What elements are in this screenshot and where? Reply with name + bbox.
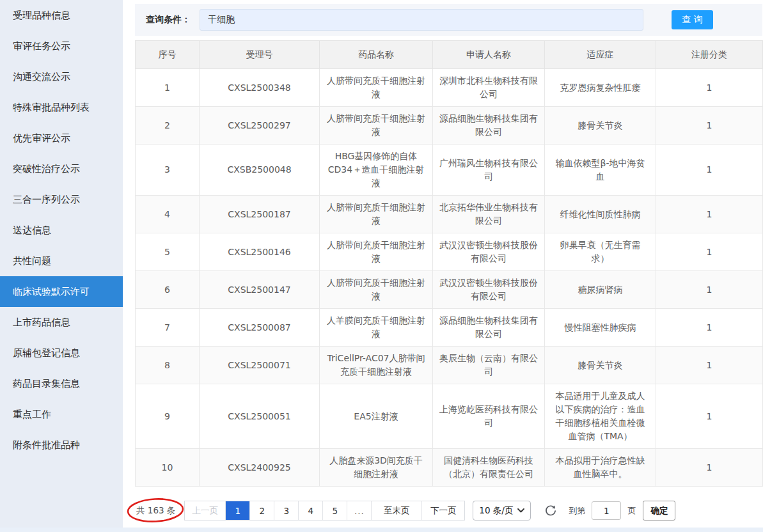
table-cell: 克罗恩病复杂性肛瘘 xyxy=(545,69,656,107)
goto-page-input[interactable] xyxy=(592,501,621,520)
pagination-bar: 共 163 条 上一页12345...至末页下一页 10 条/页 到第 页 确定 xyxy=(135,501,762,520)
table-cell: 膝骨关节炎 xyxy=(545,107,656,145)
table-cell: 3 xyxy=(136,145,200,196)
main-content: 查询条件： 查 询 序号受理号药品名称申请人名称适应症注册分类 1CXSL250… xyxy=(123,0,763,528)
last-page-button[interactable]: 至末页 xyxy=(372,501,422,520)
sidebar-item[interactable]: 特殊审批品种列表 xyxy=(0,92,123,123)
table-row[interactable]: 10CXSL2400925人胎盘来源3D间充质干细胞注射液国健清科生物医药科技（… xyxy=(136,449,763,487)
ellipsis-button[interactable]: ... xyxy=(347,501,372,520)
page-button[interactable]: 4 xyxy=(299,501,323,520)
table-cell: 1 xyxy=(656,449,763,487)
total-count: 共 163 条 xyxy=(136,505,175,517)
column-header: 注册分类 xyxy=(656,41,763,69)
table-cell: 1 xyxy=(656,271,763,309)
sidebar-item[interactable]: 共性问题 xyxy=(0,246,123,276)
table-cell: 本品适用于儿童及成人以下疾病的治疗：造血干细胞移植相关血栓微血管病（TMA） xyxy=(545,384,656,449)
table-cell: 输血依赖型β-地中海贫血 xyxy=(545,145,656,196)
table-cell: 9 xyxy=(136,384,200,449)
table-cell: 7 xyxy=(136,309,200,347)
table-cell: 上海览屹医药科技有限公司 xyxy=(433,384,545,449)
search-button[interactable]: 查 询 xyxy=(672,10,713,29)
next-page-button[interactable]: 下一页 xyxy=(422,501,464,520)
sidebar-item[interactable]: 药品目录集信息 xyxy=(0,368,123,399)
table-cell: 2 xyxy=(136,107,200,145)
table-cell: 人胎盘来源3D间充质干细胞注射液 xyxy=(320,449,433,487)
table-cell: 源品细胞生物科技集团有限公司 xyxy=(433,107,545,145)
page-button[interactable]: 2 xyxy=(250,501,274,520)
table-cell: EA5注射液 xyxy=(320,384,433,449)
table-cell: 源品细胞生物科技集团有限公司 xyxy=(433,309,545,347)
column-header: 申请人名称 xyxy=(433,41,545,69)
sidebar-item[interactable]: 受理品种信息 xyxy=(0,0,123,31)
table-cell: CXSL2500297 xyxy=(200,107,320,145)
sidebar: 受理品种信息审评任务公示沟通交流公示特殊审批品种列表优先审评公示突破性治疗公示三… xyxy=(0,0,123,528)
table-cell: 人脐带间充质干细胞注射液 xyxy=(320,271,433,309)
table-row[interactable]: 1CXSL2500348人脐带间充质干细胞注射液深圳市北科生物科技有限公司克罗恩… xyxy=(136,69,763,107)
prev-page-button[interactable]: 上一页 xyxy=(185,501,226,520)
confirm-button[interactable]: 确定 xyxy=(643,501,675,520)
sidebar-item[interactable]: 三合一序列公示 xyxy=(0,184,123,215)
table-cell: 慢性阻塞性肺疾病 xyxy=(545,309,656,347)
sidebar-item[interactable]: 送达信息 xyxy=(0,215,123,246)
table-cell: CXSL2400925 xyxy=(200,449,320,487)
table-row[interactable]: 8CXSL2500071TriCellPr-AC07人脐带间充质干细胞注射液奥辰… xyxy=(136,347,763,384)
table-row[interactable]: 3CXSB2500048HBG基因修饰的自体CD34＋造血干细胞注射液广州瑞风生… xyxy=(136,145,763,196)
table-cell: 1 xyxy=(656,233,763,271)
table-cell: 糖尿病肾病 xyxy=(545,271,656,309)
table-cell: 1 xyxy=(656,196,763,233)
bottom-strip xyxy=(0,528,763,532)
table-cell: CXSL2500147 xyxy=(200,271,320,309)
table-cell: 5 xyxy=(136,233,200,271)
table-cell: 奥辰生物（云南）有限公司 xyxy=(433,347,545,384)
table-cell: 人脐带间充质干细胞注射液 xyxy=(320,69,433,107)
sidebar-item[interactable]: 优先审评公示 xyxy=(0,123,123,153)
goto-page-label: 到第 xyxy=(569,505,585,517)
search-input[interactable] xyxy=(200,9,643,31)
table-cell: 北京拓华伟业生物科技有限公司 xyxy=(433,196,545,233)
table-cell: CXSL2500146 xyxy=(200,233,320,271)
sidebar-item[interactable]: 上市药品信息 xyxy=(0,307,123,338)
table-cell: 卵巢早衰（无生育需求） xyxy=(545,233,656,271)
table-cell: 1 xyxy=(656,107,763,145)
column-header: 药品名称 xyxy=(320,41,433,69)
table-row[interactable]: 2CXSL2500297人脐带间充质干细胞注射液源品细胞生物科技集团有限公司膝骨… xyxy=(136,107,763,145)
table-cell: 1 xyxy=(656,309,763,347)
table-cell: CXSL2500187 xyxy=(200,196,320,233)
table-cell: CXSL2500071 xyxy=(200,347,320,384)
sidebar-item[interactable]: 附条件批准品种 xyxy=(0,430,123,460)
sidebar-item[interactable]: 沟通交流公示 xyxy=(0,61,123,92)
refresh-button[interactable] xyxy=(544,504,558,518)
column-header: 序号 xyxy=(136,41,200,69)
query-condition-label: 查询条件： xyxy=(146,14,191,26)
sidebar-item[interactable]: 重点工作 xyxy=(0,399,123,430)
column-header: 适应症 xyxy=(545,41,656,69)
table-row[interactable]: 5CXSL2500146人脐带间充质干细胞注射液武汉汉密顿生物科技股份有限公司卵… xyxy=(136,233,763,271)
table-cell: 1 xyxy=(656,69,763,107)
table-row[interactable]: 9CXSL2500051EA5注射液上海览屹医药科技有限公司本品适用于儿童及成人… xyxy=(136,384,763,449)
table-cell: HBG基因修饰的自体CD34＋造血干细胞注射液 xyxy=(320,145,433,196)
refresh-icon xyxy=(544,505,557,517)
sidebar-item[interactable]: 原辅包登记信息 xyxy=(0,338,123,368)
sidebar-item[interactable]: 临床试验默示许可 xyxy=(0,276,123,307)
table-row[interactable]: 4CXSL2500187人脐带间充质干细胞注射液北京拓华伟业生物科技有限公司纤维… xyxy=(136,196,763,233)
page-button[interactable]: 1 xyxy=(226,501,250,520)
sidebar-item[interactable]: 突破性治疗公示 xyxy=(0,153,123,184)
table-cell: 6 xyxy=(136,271,200,309)
page-button[interactable]: 3 xyxy=(274,501,299,520)
pager: 上一页12345...至末页下一页 xyxy=(184,501,465,520)
table-header: 序号受理号药品名称申请人名称适应症注册分类 xyxy=(136,41,763,69)
table-row[interactable]: 7CXSL2500087人羊膜间充质干细胞注射液源品细胞生物科技集团有限公司慢性… xyxy=(136,309,763,347)
page-button[interactable]: 5 xyxy=(323,501,347,520)
table-cell: 人脐带间充质干细胞注射液 xyxy=(320,107,433,145)
table-cell: TriCellPr-AC07人脐带间充质干细胞注射液 xyxy=(320,347,433,384)
table-cell: CXSB2500048 xyxy=(200,145,320,196)
sidebar-item[interactable]: 审评任务公示 xyxy=(0,31,123,61)
column-header: 受理号 xyxy=(200,41,320,69)
table-cell: 人脐带间充质干细胞注射液 xyxy=(320,233,433,271)
table-cell: CXSL2500051 xyxy=(200,384,320,449)
table-cell: 国健清科生物医药科技（北京）有限责任公司 xyxy=(433,449,545,487)
page-size-select[interactable]: 10 条/页 xyxy=(473,501,531,520)
table-cell: 武汉汉密顿生物科技股份有限公司 xyxy=(433,233,545,271)
table-cell: 膝骨关节炎 xyxy=(545,347,656,384)
table-row[interactable]: 6CXSL2500147人脐带间充质干细胞注射液武汉汉密顿生物科技股份有限公司糖… xyxy=(136,271,763,309)
